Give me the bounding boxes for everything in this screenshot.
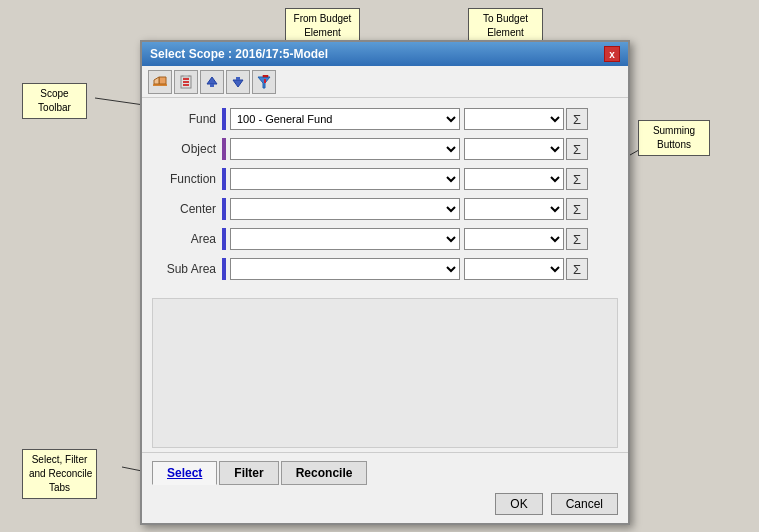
svg-marker-13 bbox=[207, 77, 217, 84]
object-row: Object Σ bbox=[152, 136, 618, 162]
summing-buttons-callout: Summing Buttons bbox=[638, 120, 710, 156]
function-from-select[interactable] bbox=[230, 168, 460, 190]
subarea-bar bbox=[222, 258, 226, 280]
tab-filter[interactable]: Filter bbox=[219, 461, 278, 485]
svg-rect-16 bbox=[236, 77, 240, 80]
eraser-button[interactable] bbox=[148, 70, 172, 94]
svg-marker-17 bbox=[258, 77, 270, 88]
subarea-label: Sub Area bbox=[152, 262, 222, 276]
object-label: Object bbox=[152, 142, 222, 156]
function-to-select[interactable] bbox=[464, 168, 564, 190]
button-area: OK Cancel bbox=[142, 489, 628, 523]
function-label: Function bbox=[152, 172, 222, 186]
area-bar bbox=[222, 228, 226, 250]
svg-rect-19 bbox=[263, 75, 268, 77]
scope-toolbar-callout: Scope Toolbar bbox=[22, 83, 87, 119]
area-sigma-button[interactable]: Σ bbox=[566, 228, 588, 250]
fund-sigma-button[interactable]: Σ bbox=[566, 108, 588, 130]
fund-row: Fund 100 - General Fund Σ bbox=[152, 106, 618, 132]
svg-line-3 bbox=[630, 138, 660, 155]
dialog-titlebar: Select Scope : 2016/17:5-Model x bbox=[142, 42, 628, 66]
subarea-row: Sub Area Σ bbox=[152, 256, 618, 282]
function-bar bbox=[222, 168, 226, 190]
from-budget-callout: From Budget Element bbox=[285, 8, 360, 44]
filter-button[interactable] bbox=[252, 70, 276, 94]
scope-toolbar bbox=[142, 66, 628, 98]
subarea-sigma-button[interactable]: Σ bbox=[566, 258, 588, 280]
tab-area: Select Filter Reconcile bbox=[142, 452, 628, 489]
delete-button[interactable] bbox=[174, 70, 198, 94]
center-to-select[interactable] bbox=[464, 198, 564, 220]
object-from-select[interactable] bbox=[230, 138, 460, 160]
tab-reconcile[interactable]: Reconcile bbox=[281, 461, 368, 485]
ok-button[interactable]: OK bbox=[495, 493, 542, 515]
svg-marker-5 bbox=[159, 77, 166, 84]
fund-from-select[interactable]: 100 - General Fund bbox=[230, 108, 460, 130]
area-row: Area Σ bbox=[152, 226, 618, 252]
close-button[interactable]: x bbox=[604, 46, 620, 62]
svg-rect-14 bbox=[210, 84, 214, 87]
object-bar bbox=[222, 138, 226, 160]
center-bar bbox=[222, 198, 226, 220]
subarea-from-select[interactable] bbox=[230, 258, 460, 280]
fund-to-select[interactable] bbox=[464, 108, 564, 130]
tab-select[interactable]: Select bbox=[152, 461, 217, 485]
svg-marker-6 bbox=[154, 77, 159, 84]
tabs-callout: Select, Filter and Reconcile Tabs bbox=[22, 449, 97, 499]
object-sigma-button[interactable]: Σ bbox=[566, 138, 588, 160]
subarea-to-select[interactable] bbox=[464, 258, 564, 280]
form-area: Fund 100 - General Fund Σ Object Σ bbox=[142, 98, 628, 294]
area-to-select[interactable] bbox=[464, 228, 564, 250]
move-down-button[interactable] bbox=[226, 70, 250, 94]
center-label: Center bbox=[152, 202, 222, 216]
cancel-button[interactable]: Cancel bbox=[551, 493, 618, 515]
content-area bbox=[152, 298, 618, 448]
center-sigma-button[interactable]: Σ bbox=[566, 198, 588, 220]
function-row: Function Σ bbox=[152, 166, 618, 192]
dialog-title: Select Scope : 2016/17:5-Model bbox=[150, 47, 328, 61]
function-sigma-button[interactable]: Σ bbox=[566, 168, 588, 190]
object-to-select[interactable] bbox=[464, 138, 564, 160]
fund-label: Fund bbox=[152, 112, 222, 126]
select-scope-dialog: Select Scope : 2016/17:5-Model x bbox=[140, 40, 630, 525]
fund-bar bbox=[222, 108, 226, 130]
center-from-select[interactable] bbox=[230, 198, 460, 220]
area-label: Area bbox=[152, 232, 222, 246]
to-budget-callout: To Budget Element bbox=[468, 8, 543, 44]
svg-rect-12 bbox=[183, 75, 189, 77]
center-row: Center Σ bbox=[152, 196, 618, 222]
svg-marker-15 bbox=[233, 80, 243, 87]
area-from-select[interactable] bbox=[230, 228, 460, 250]
move-up-button[interactable] bbox=[200, 70, 224, 94]
